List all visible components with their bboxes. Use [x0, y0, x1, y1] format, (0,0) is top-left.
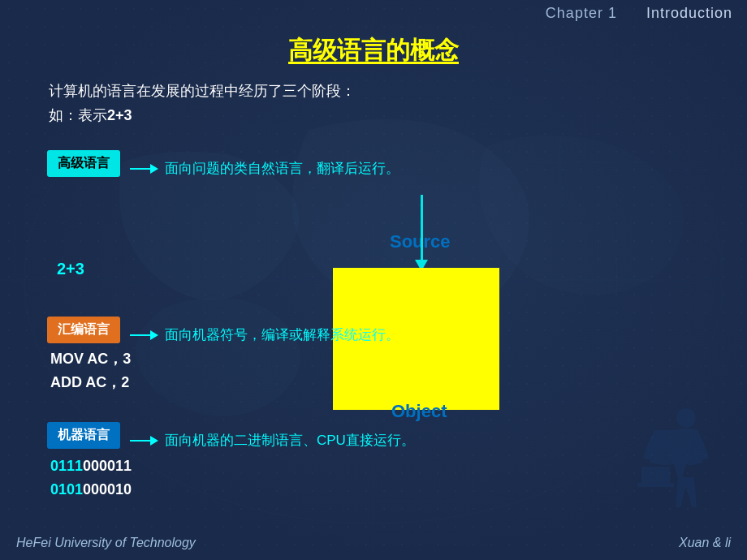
arrow-head-machine	[150, 436, 158, 446]
asm-line-1: MOV AC，3	[50, 347, 131, 371]
asm-lang-arrow	[130, 330, 158, 340]
machine-lang-desc: 面向机器的二进制语言、CPU直接运行。	[165, 431, 415, 450]
arrow-line-asm	[130, 334, 150, 336]
header: Chapter 1 Introduction	[546, 5, 732, 22]
machine-line2-normal: 000010	[83, 481, 132, 498]
footer-university: HeFei University of Technology	[16, 536, 196, 550]
machine-line-1: 0111000011	[50, 454, 132, 478]
code-2plus3: 2+3	[57, 260, 84, 278]
asm-lang-desc: 面向机器符号，编译或解释系统运行。	[165, 325, 399, 344]
arrow-line	[130, 168, 150, 170]
subtitle-text: 计算机的语言在发展的过程中经历了三个阶段：	[49, 81, 356, 101]
arrow-line-machine	[130, 440, 150, 442]
arrow-head	[150, 164, 158, 174]
example-line: 如：表示2+3	[49, 106, 132, 125]
asm-lang-box: 汇编语言	[47, 317, 120, 343]
slide-title: 高级语言的概念	[0, 34, 747, 67]
high-lang-arrow	[130, 164, 158, 174]
object-label: Object	[391, 401, 447, 422]
machine-line2-bold: 0101	[50, 481, 83, 498]
machine-line-2: 0101000010	[50, 478, 132, 502]
example-prefix: 如：表示	[49, 107, 107, 123]
arrow-vertical-line	[421, 195, 423, 260]
machine-lang-desc-container: 面向机器的二进制语言、CPU直接运行。	[130, 431, 415, 450]
machine-line1-bold: 0111	[50, 458, 83, 474]
footer: HeFei University of Technology Xuan & li	[16, 536, 731, 550]
chapter-label: Chapter 1	[546, 5, 617, 21]
asm-line-2: ADD AC，2	[50, 371, 131, 394]
footer-authors: Xuan & li	[679, 536, 731, 550]
source-down-arrow	[415, 195, 428, 271]
machine-code-block: 0111000011 0101000010	[50, 454, 132, 502]
machine-line1-normal: 000011	[83, 458, 132, 474]
machine-lang-arrow	[130, 436, 158, 446]
asm-lang-desc-container: 面向机器符号，编译或解释系统运行。	[130, 325, 399, 344]
high-lang-desc-container: 面向问题的类自然语言，翻译后运行。	[130, 159, 399, 178]
slide-content: Chapter 1 Introduction 高级语言的概念 计算机的语言在发展…	[0, 0, 747, 560]
high-lang-box: 高级语言	[47, 150, 120, 177]
arrow-head-asm	[150, 330, 158, 340]
machine-lang-box: 机器语言	[47, 422, 120, 449]
asm-code-block: MOV AC，3 ADD AC，2	[50, 347, 131, 394]
high-lang-desc: 面向问题的类自然语言，翻译后运行。	[165, 159, 399, 178]
example-expr: 2+3	[107, 107, 132, 123]
chapter-title: Introduction	[646, 5, 732, 21]
